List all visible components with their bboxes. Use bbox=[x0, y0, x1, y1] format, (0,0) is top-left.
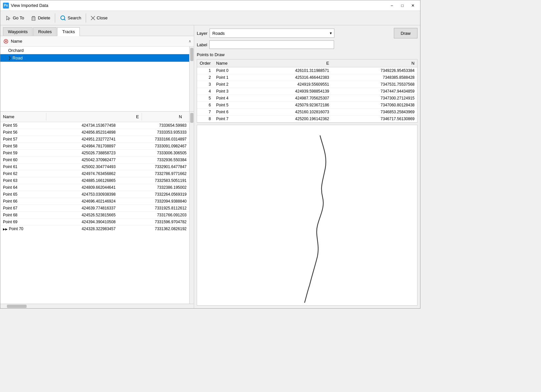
point-e: 424885.166126865 bbox=[43, 177, 118, 184]
point-name: Point 56 bbox=[0, 129, 43, 136]
point-name: Point 60 bbox=[0, 157, 43, 163]
toolbar: Go To Delete Search bbox=[0, 11, 420, 25]
points-table: Point 55424734.1536774587333654.59983Poi… bbox=[0, 122, 189, 232]
track-item-road[interactable]: ❯ Road bbox=[0, 54, 189, 62]
point-n: 7331766.091203 bbox=[118, 212, 189, 219]
points-table-row[interactable]: Point 67424639.7748163377331925.8112612 bbox=[0, 205, 189, 212]
toolbar-separator-2 bbox=[86, 13, 86, 23]
delete-icon bbox=[31, 15, 36, 21]
ptd-cell-n: 7348385.8588428 bbox=[332, 74, 417, 81]
points-table-row[interactable]: Point 58424984.7817088977333091.0982467 bbox=[0, 143, 189, 150]
point-name: Point 63 bbox=[0, 177, 43, 184]
point-e: 425026.738858723 bbox=[43, 150, 118, 157]
points-table-row[interactable]: Point 68424526.5238156657331766.091203 bbox=[0, 212, 189, 219]
points-table-row[interactable]: Point 57424951.2327727417333166.0314897 bbox=[0, 136, 189, 143]
ptd-cell-n: 7347060.80128438 bbox=[332, 102, 417, 109]
map-svg bbox=[197, 125, 417, 305]
points-scrollbar-thumb[interactable] bbox=[190, 113, 193, 123]
col-header-name: Name bbox=[0, 113, 46, 120]
track-item-orchard[interactable]: Orchard bbox=[0, 47, 189, 54]
track-scrollbar-thumb[interactable] bbox=[190, 48, 193, 61]
point-n: 7332094.9388840 bbox=[118, 198, 189, 205]
point-name: Point 62 bbox=[0, 170, 43, 177]
ptd-cell-order: 4 bbox=[197, 88, 214, 95]
track-list-scrollbar[interactable] bbox=[189, 47, 194, 111]
close-window-button[interactable]: ✕ bbox=[408, 2, 417, 9]
search-icon bbox=[60, 15, 66, 21]
label-row: Label bbox=[197, 40, 417, 49]
points-table-row[interactable]: Point 62424974.7634568627332786.9771662 bbox=[0, 170, 189, 177]
main-window: Px View Imported Data – □ ✕ Go To bbox=[0, 0, 420, 309]
layer-row: Layer Roads bbox=[197, 29, 334, 38]
points-table-area: Name E N Point 55424734.1536774587333654… bbox=[0, 112, 194, 308]
ptd-cell-order: 1 bbox=[197, 67, 214, 74]
point-e: 425042.370982477 bbox=[43, 157, 118, 163]
close-button[interactable]: Close bbox=[88, 12, 110, 24]
points-scroll-h-thumb[interactable] bbox=[7, 305, 27, 308]
tab-waypoints[interactable]: Waypoints bbox=[3, 27, 33, 36]
label-input[interactable] bbox=[209, 40, 334, 49]
points-table-row[interactable]: Point 66424696.4021469247332094.9388840 bbox=[0, 198, 189, 205]
svg-rect-0 bbox=[32, 17, 35, 20]
tab-tracks[interactable]: Tracks bbox=[57, 27, 80, 36]
search-button[interactable]: Search bbox=[57, 12, 84, 24]
point-n: 7331925.8112612 bbox=[118, 205, 189, 212]
ptd-cell-name: Point 5 bbox=[214, 102, 246, 109]
point-e: 424984.781708897 bbox=[43, 143, 118, 150]
point-n: 7332901.6477847 bbox=[118, 163, 189, 170]
draw-button[interactable]: Draw bbox=[394, 28, 417, 38]
ptd-header-row: Order Name E N bbox=[197, 59, 417, 67]
points-scroll[interactable]: Point 55424734.1536774587333654.59983Poi… bbox=[0, 122, 189, 304]
maximize-button[interactable]: □ bbox=[398, 2, 407, 9]
point-n: 7333166.0314897 bbox=[118, 136, 189, 143]
ptd-row: 8Point 7425200.1961423627346717.56130869 bbox=[197, 116, 417, 122]
point-name: ▶Point 70 bbox=[0, 226, 43, 232]
ptd-cell-order: 8 bbox=[197, 116, 214, 122]
ptd-col-n: N bbox=[332, 59, 417, 67]
svg-line-7 bbox=[64, 19, 66, 20]
point-n: 7332264.0569319 bbox=[118, 191, 189, 198]
ptd-cell-e: 425316.466442383 bbox=[246, 74, 332, 81]
point-n: 7332386.195002 bbox=[118, 184, 189, 191]
label-label: Label bbox=[197, 42, 207, 47]
point-e: 424734.153677458 bbox=[43, 122, 118, 129]
layer-select-wrap: Roads bbox=[210, 29, 334, 38]
points-scrollbar[interactable] bbox=[189, 112, 194, 304]
points-to-draw-title: Points to Draw bbox=[197, 52, 417, 57]
delete-button[interactable]: Delete bbox=[28, 12, 53, 24]
minimize-button[interactable]: – bbox=[387, 2, 396, 9]
point-e: 424526.523815665 bbox=[43, 212, 118, 219]
track-arrow-icon: ❯ bbox=[8, 56, 11, 60]
point-e: 424809.662044641 bbox=[43, 184, 118, 191]
right-panel: Layer Roads Draw Label Points to Draw bbox=[194, 25, 420, 308]
points-table-row[interactable]: Point 55424734.1536774587333654.59983 bbox=[0, 122, 189, 129]
points-table-row[interactable]: Point 60425042.3709824777332936.550384 bbox=[0, 157, 189, 163]
points-table-row[interactable]: Point 64424809.6620446417332386.195002 bbox=[0, 184, 189, 191]
ptd-cell-order: 5 bbox=[197, 95, 214, 102]
points-table-row[interactable]: Point 59425026.7388587237333006.306505 bbox=[0, 150, 189, 157]
points-table-header: Name E N bbox=[0, 112, 189, 122]
points-scroll-horizontal[interactable] bbox=[0, 304, 194, 308]
ptd-col-order: Order bbox=[197, 59, 214, 67]
layer-select[interactable]: Roads bbox=[210, 29, 334, 38]
points-table-row[interactable]: Point 65424753.0309383987332264.0569319 bbox=[0, 191, 189, 198]
point-name: Point 55 bbox=[0, 122, 43, 129]
points-table-row[interactable]: ▶Point 70424328.3229834577331362.0826192 bbox=[0, 226, 189, 232]
point-n: 7331596.9704782 bbox=[118, 219, 189, 226]
tab-routes[interactable]: Routes bbox=[33, 27, 56, 36]
points-table-row[interactable]: Point 56424856.8523148987333353.935333 bbox=[0, 129, 189, 136]
points-to-draw-table-wrap: Order Name E N 1Point 0426101.3119885717… bbox=[197, 59, 417, 123]
ptd-cell-e: 424987.705625307 bbox=[246, 95, 332, 102]
points-table-row[interactable]: Point 63424885.1661268657332583.5051191 bbox=[0, 177, 189, 184]
ptd-row: 5Point 4424987.7056253077347300.27124915 bbox=[197, 95, 417, 102]
point-e: 424394.390410508 bbox=[43, 219, 118, 226]
points-to-draw-table: Order Name E N 1Point 0426101.3119885717… bbox=[197, 59, 417, 122]
ptd-cell-name: Point 1 bbox=[214, 74, 246, 81]
points-table-row[interactable]: Point 61425002.3047744937332901.6477847 bbox=[0, 163, 189, 170]
points-table-row[interactable]: Point 69424394.3904105087331596.9704782 bbox=[0, 219, 189, 226]
goto-button[interactable]: Go To bbox=[3, 12, 27, 24]
sort-icon[interactable]: ∧ bbox=[189, 39, 191, 43]
point-e: 424328.322983457 bbox=[43, 226, 118, 232]
ptd-cell-e: 425079.923672186 bbox=[246, 102, 332, 109]
col-header-e: E bbox=[46, 113, 142, 120]
